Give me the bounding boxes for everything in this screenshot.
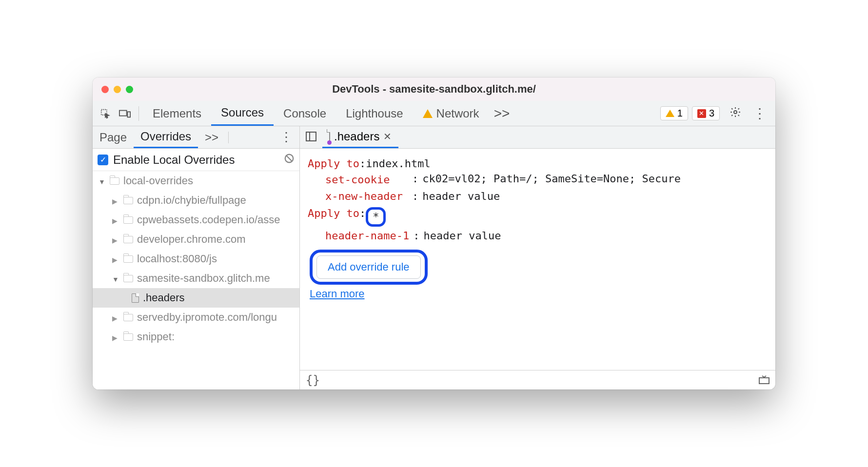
warnings-badge[interactable]: 1	[660, 106, 688, 120]
tab-elements[interactable]: Elements	[143, 101, 211, 126]
chevron-down-icon	[112, 272, 119, 285]
sources-sidebar: Page Overrides >> ⋮ ✓ Enable Local Overr…	[93, 126, 300, 389]
chevron-down-icon	[99, 175, 106, 187]
tree-label: localhost:8080/js	[137, 253, 217, 265]
editor-area: .headers ✕ Apply to : index.html set-coo…	[300, 126, 775, 389]
apply-target[interactable]: index.html	[366, 157, 430, 170]
chevron-right-icon	[112, 194, 119, 207]
folder-icon	[110, 177, 119, 185]
enable-overrides-label: Enable Local Overrides	[113, 153, 235, 167]
tree-item[interactable]: servedby.ipromote.com/longu	[93, 308, 299, 327]
svg-point-3	[734, 111, 737, 114]
chevron-right-icon	[112, 214, 119, 226]
clear-overrides-icon[interactable]	[284, 153, 295, 167]
apply-to-label: Apply to	[308, 207, 359, 227]
chevron-right-icon	[112, 233, 119, 246]
enable-overrides-row: ✓ Enable Local Overrides	[93, 149, 299, 171]
add-override-rule-button[interactable]: Add override rule	[316, 255, 421, 279]
file-tab-name: .headers	[334, 130, 379, 143]
folder-icon	[123, 275, 133, 282]
tree-item[interactable]: cdpn.io/chybie/fullpage	[93, 191, 299, 210]
panel-tabs: Elements Sources Console Lighthouse Netw…	[143, 101, 514, 126]
tab-lighthouse[interactable]: Lighthouse	[336, 101, 413, 126]
folder-icon	[123, 314, 133, 321]
toggle-navigator-icon[interactable]	[300, 131, 322, 144]
inspect-icon[interactable]	[96, 108, 115, 119]
folder-icon	[123, 197, 133, 204]
chevron-right-icon	[112, 311, 119, 324]
tree-label: cpwebassets.codepen.io/asse	[137, 214, 280, 226]
apply-to-label: Apply to	[308, 157, 359, 170]
warnings-count: 1	[677, 108, 683, 119]
svg-rect-8	[759, 378, 769, 384]
sidebar-tab-page[interactable]: Page	[93, 126, 134, 148]
file-tab-bar: .headers ✕	[300, 126, 775, 149]
svg-rect-2	[128, 112, 131, 117]
file-icon	[132, 293, 139, 303]
errors-count: 3	[709, 108, 714, 119]
content-area: Page Overrides >> ⋮ ✓ Enable Local Overr…	[93, 126, 775, 389]
highlighted-target: *	[366, 207, 386, 227]
tree-label: local-overrides	[123, 175, 193, 187]
sidebar-tabs: Page Overrides >> ⋮	[93, 126, 299, 149]
header-value[interactable]: ck02=vl02; Path=/; SameSite=None; Secure	[422, 173, 681, 187]
separator	[228, 132, 229, 143]
tree-label: servedby.ipromote.com/longu	[137, 311, 277, 324]
tree-item[interactable]: samesite-sandbox.glitch.me	[93, 269, 299, 288]
folder-icon	[123, 236, 133, 243]
tabs-overflow[interactable]: >>	[489, 106, 515, 121]
chevron-right-icon	[112, 331, 119, 343]
folder-icon	[123, 333, 133, 341]
titlebar: DevTools - samesite-sandbox.glitch.me/	[93, 78, 775, 101]
tree-item[interactable]: snippet:	[93, 327, 299, 347]
window-title: DevTools - samesite-sandbox.glitch.me/	[93, 83, 775, 96]
error-icon: ✕	[697, 109, 706, 118]
drawer-toggle-icon[interactable]	[759, 373, 769, 387]
close-tab-icon[interactable]: ✕	[383, 131, 392, 142]
tree-label: cdpn.io/chybie/fullpage	[137, 194, 246, 207]
errors-badge[interactable]: ✕ 3	[692, 106, 720, 120]
highlighted-add-button: Add override rule	[310, 250, 428, 285]
header-name[interactable]: x-new-header	[325, 190, 408, 202]
tree-item[interactable]: localhost:8080/js	[93, 249, 299, 269]
tree-item[interactable]: cpwebassets.codepen.io/asse	[93, 210, 299, 230]
tree-file-selected[interactable]: .headers	[93, 288, 299, 308]
tree-root[interactable]: local-overrides	[93, 171, 299, 191]
file-tab[interactable]: .headers ✕	[322, 126, 398, 148]
tree-item[interactable]: developer.chrome.com	[93, 230, 299, 249]
warning-icon	[666, 110, 674, 117]
tab-sources[interactable]: Sources	[211, 101, 274, 126]
svg-rect-1	[119, 110, 127, 116]
enable-overrides-checkbox[interactable]: ✓	[98, 155, 108, 165]
tree-label: developer.chrome.com	[137, 233, 246, 246]
learn-more-link[interactable]: Learn more	[310, 288, 365, 300]
file-modified-icon	[329, 130, 330, 143]
sidebar-menu-icon[interactable]: ⋮	[273, 130, 299, 145]
header-value[interactable]: header value	[423, 230, 501, 242]
headers-editor[interactable]: Apply to : index.html set-cookie : ck02=…	[300, 149, 775, 370]
tab-console[interactable]: Console	[274, 101, 336, 126]
header-value[interactable]: header value	[422, 190, 500, 202]
svg-rect-6	[306, 132, 316, 141]
sidebar-tabs-overflow[interactable]: >>	[198, 126, 225, 148]
apply-target[interactable]: *	[373, 211, 379, 223]
footer-braces[interactable]: {}	[306, 373, 320, 387]
main-toolbar: Elements Sources Console Lighthouse Netw…	[93, 101, 775, 126]
svg-line-5	[287, 156, 292, 161]
separator	[138, 106, 139, 121]
header-name[interactable]: header-name-1	[325, 230, 409, 242]
header-name[interactable]: set-cookie	[325, 173, 408, 187]
settings-icon[interactable]	[724, 106, 747, 121]
editor-footer: {}	[300, 370, 775, 389]
folder-icon	[123, 216, 133, 224]
tree-label: .headers	[143, 292, 185, 304]
folder-icon	[123, 255, 133, 263]
sidebar-tab-overrides[interactable]: Overrides	[134, 126, 198, 148]
chevron-right-icon	[112, 253, 119, 265]
tree-label: snippet:	[137, 331, 175, 343]
devtools-window: DevTools - samesite-sandbox.glitch.me/ E…	[93, 78, 775, 389]
tab-network[interactable]: Network	[413, 101, 489, 126]
overrides-tree: local-overrides cdpn.io/chybie/fullpage …	[93, 171, 299, 389]
kebab-menu-icon[interactable]: ⋮	[747, 105, 772, 121]
device-icon[interactable]	[115, 109, 135, 118]
